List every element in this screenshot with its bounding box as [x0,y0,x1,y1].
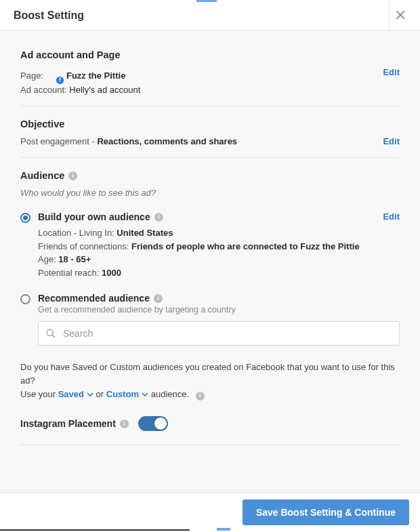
edit-audience-link[interactable]: Edit [383,211,400,222]
instagram-toggle[interactable] [138,416,168,431]
objective-detail: Reactions, comments and shares [97,136,237,146]
divider [20,157,400,158]
recommended-title: Recommended audience i [38,293,400,304]
account-section-heading: Ad account and Page [20,49,400,60]
page-line: Page: f Fuzz the Pittie [20,67,383,83]
info-icon[interactable]: i [154,294,163,303]
location-label: Location - Living In: [38,228,117,238]
close-icon: ✕ [394,7,406,24]
custom-audience-link[interactable]: Custom [106,388,148,401]
modal-header: Boost Setting ✕ [0,0,420,30]
instagram-placement-label: Instagram Placement i [20,418,129,429]
saved-audience-link[interactable]: Saved [58,388,93,401]
divider [20,445,400,445]
audience-details: Location - Living In: United States Frie… [38,226,400,279]
info-icon[interactable]: i [196,392,205,401]
saved-link-text: Saved [58,388,84,401]
reach-value: 1000 [102,268,121,278]
ad-account-name: Helly's ad account [69,85,140,95]
edit-objective-link[interactable]: Edit [383,136,400,146]
page-name: Fuzz the Pittie [66,70,125,81]
info-icon[interactable]: i [68,171,77,180]
objective-line: Post engagement - Reactions, comments an… [20,136,383,146]
friends-label: Friends of connections: [38,241,131,251]
modal-content: Ad account and Page Page: f Fuzz the Pit… [0,30,420,498]
audience-subheading: Who would you like to see this ad? [20,188,400,198]
ad-account-line: Ad account: Helly's ad account [20,85,383,95]
chevron-down-icon [87,391,93,398]
svg-line-1 [52,335,55,337]
instagram-label-text: Instagram Placement [20,418,116,429]
age-label: Age: [38,254,58,264]
ad-account-label: Ad account: [20,85,67,95]
reach-label: Potential reach: [38,268,102,278]
edit-account-link[interactable]: Edit [383,67,400,77]
radio-dot-icon [23,216,28,220]
facebook-badge-icon: f [56,76,64,85]
search-icon [45,328,56,339]
use-prefix: Use your [20,389,58,399]
search-input[interactable] [38,321,400,346]
save-continue-button[interactable]: Save Boost Setting & Continue [243,499,409,525]
build-own-title: Build your own audience i [38,211,163,222]
page-avatar: f [46,67,62,83]
or-text: or [93,389,106,399]
audience-suffix: audience. [148,389,189,399]
location-value: United States [117,228,173,238]
custom-link-text: Custom [106,388,139,401]
saved-custom-block: Do you have Saved or Custom audiences yo… [20,361,400,401]
objective-prefix: Post engagement - [20,136,97,146]
info-icon[interactable]: i [120,420,129,428]
recommended-sub: Get a recommended audience by targeting … [38,305,400,314]
audience-heading-text: Audience [20,170,64,181]
modal-title: Boost Setting [14,9,84,22]
recommended-title-text: Recommended audience [38,293,150,304]
audience-section-heading: Audience i [20,170,400,181]
friends-value: Friends of people who are connected to F… [131,241,360,251]
radio-recommended[interactable] [20,294,30,304]
svg-point-0 [47,329,53,335]
build-own-title-text: Build your own audience [38,211,150,222]
age-value: 18 - 65+ [58,254,91,264]
divider [20,106,400,106]
chevron-down-icon [142,391,148,398]
objective-section-heading: Objective [20,119,400,129]
page-label: Page: [20,70,43,81]
info-icon[interactable]: i [154,213,163,222]
saved-question: Do you have Saved or Custom audiences yo… [20,362,395,386]
modal-footer: Save Boost Setting & Continue [0,492,420,532]
close-button[interactable]: ✕ [394,8,406,23]
radio-build-own[interactable] [20,213,30,223]
toggle-knob-icon [154,417,167,430]
